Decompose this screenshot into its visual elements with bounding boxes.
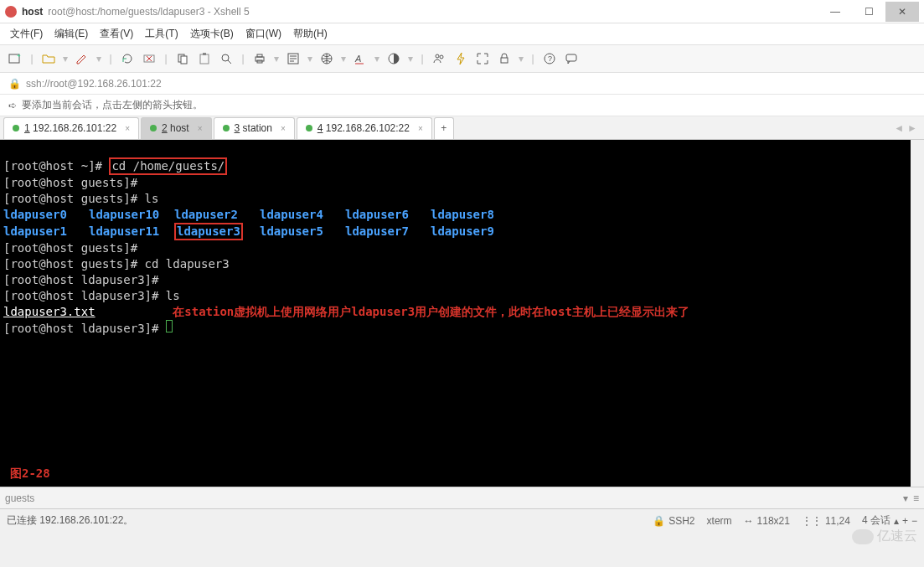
tab-label: 192.168.26.102:22 [326, 122, 410, 134]
size-icon: ↔ [744, 515, 754, 527]
status-bar: 已连接 192.168.26.101:22。 🔒SSH2 xterm ↔118x… [0, 508, 924, 532]
menu-bar: 文件(F) 编辑(E) 查看(V) 工具(T) 选项卡(B) 窗口(W) 帮助(… [0, 23, 924, 44]
terminal-line: [root@host guests]# [3, 241, 137, 255]
toolbar: + | ▾ ▾ | | | ▾ ▾ ▾ A ▾ ▾ | ▾ | ? [0, 44, 924, 73]
status-connected: 已连接 192.168.26.101:22。 [7, 513, 133, 528]
tab-close-icon[interactable]: × [198, 124, 203, 133]
maximize-button[interactable]: ☐ [852, 2, 885, 22]
new-session-icon[interactable]: + [5, 49, 25, 69]
title-host: host [22, 6, 43, 18]
tab-label: host [170, 122, 189, 134]
fullscreen-icon[interactable] [472, 49, 493, 69]
svg-point-7 [222, 54, 229, 61]
svg-rect-9 [257, 54, 262, 57]
lightning-icon[interactable] [451, 49, 471, 69]
tab-2[interactable]: 2 host × [141, 117, 212, 139]
ssh-icon: 🔒 [653, 515, 665, 527]
toolbar-separator: | [417, 53, 427, 64]
ls-item: ldapuser11 [89, 224, 174, 240]
paste-icon[interactable] [194, 49, 214, 69]
ls-item: ldapuser6 [345, 207, 431, 223]
terminal-scrollbar[interactable] [911, 140, 924, 487]
compose-input[interactable]: guests [5, 492, 34, 504]
tab-next-icon[interactable]: ► [907, 122, 917, 134]
status-ssh: SSH2 [668, 515, 694, 527]
lock-small-icon: 🔒 [8, 78, 21, 90]
info-bar: ➪ 要添加当前会话，点击左侧的箭头按钮。 [0, 95, 924, 116]
toolbar-separator: | [161, 53, 171, 64]
menu-tools[interactable]: 工具(T) [145, 27, 178, 41]
help-icon[interactable]: ? [539, 49, 560, 69]
open-icon[interactable] [39, 49, 59, 69]
ls-item: ldapuser2 [174, 207, 260, 223]
ls-item: ldapuser0 [3, 207, 89, 223]
pos-icon: ⋮⋮ [802, 515, 822, 527]
status-sessions: 4 会话 [862, 513, 890, 528]
tab-close-icon[interactable]: × [281, 124, 286, 133]
terminal-line: [root@host ldapuser3]# [3, 322, 166, 335]
tab-number: 3 [235, 122, 240, 134]
minimize-button[interactable]: — [818, 2, 852, 22]
search-icon[interactable] [216, 49, 236, 69]
status-dot-icon [306, 125, 312, 131]
address-bar: 🔒 ssh://root@192.168.26.101:22 [0, 73, 924, 95]
svg-point-16 [440, 55, 443, 59]
session-tabs: 1 192.168.26.101:22 × 2 host × 3 station… [0, 116, 924, 140]
edit-icon[interactable] [72, 49, 92, 69]
tab-3[interactable]: 3 station × [214, 117, 295, 139]
arrow-hint-icon[interactable]: ➪ [8, 100, 17, 111]
sessions-minus-icon[interactable]: − [911, 515, 917, 527]
menu-edit[interactable]: 编辑(E) [54, 27, 88, 41]
status-term: xterm [707, 515, 732, 527]
toolbar-separator: | [528, 53, 538, 64]
title-path: root@host:/home/guests/ldapuser3 - Xshel… [48, 6, 249, 18]
cursor [166, 320, 173, 332]
svg-text:+: + [17, 52, 21, 59]
font-icon[interactable]: A [350, 49, 370, 69]
toolbar-separator: | [238, 53, 248, 64]
annotation-text: 在station虚拟机上使用网络用户ldapuser3用户创建的文件，此时在ho… [173, 305, 689, 318]
tab-4[interactable]: 4 192.168.26.102:22 × [297, 117, 432, 139]
ls-item: ldapuser1 [3, 224, 89, 240]
color-icon[interactable] [384, 49, 404, 69]
ls-item: ldapuser5 [260, 224, 345, 240]
close-button[interactable]: ✕ [885, 2, 919, 22]
menu-tabs[interactable]: 选项卡(B) [190, 27, 234, 41]
ls-item-highlighted: ldapuser3 [174, 223, 243, 240]
menu-view[interactable]: 查看(V) [100, 27, 133, 41]
svg-rect-4 [181, 56, 187, 64]
toolbar-separator: | [106, 53, 116, 64]
tab-close-icon[interactable]: × [125, 124, 130, 133]
lock-icon[interactable] [494, 49, 514, 69]
terminal-line: [root@host ~]# [3, 159, 109, 173]
reconnect-icon[interactable] [117, 49, 137, 69]
tab-number: 1 [24, 122, 30, 134]
terminal-line: [root@host ldapuser3]# ls [3, 289, 180, 302]
globe-icon[interactable] [317, 49, 337, 69]
svg-rect-5 [200, 54, 209, 64]
sessions-up-icon[interactable]: ▴ [894, 515, 899, 527]
tab-close-icon[interactable]: × [418, 124, 423, 133]
disconnect-icon[interactable] [139, 49, 159, 69]
svg-point-15 [436, 54, 439, 58]
print-icon[interactable] [250, 49, 270, 69]
chat-icon[interactable] [561, 49, 581, 69]
tab-add-button[interactable]: + [434, 117, 454, 139]
menu-file[interactable]: 文件(F) [10, 27, 43, 41]
address-url[interactable]: ssh://root@192.168.26.101:22 [26, 78, 162, 90]
compose-dropdown-icon[interactable]: ▾ [903, 492, 908, 504]
menu-window[interactable]: 窗口(W) [245, 27, 281, 41]
copy-icon[interactable] [173, 49, 193, 69]
sessions-plus-icon[interactable]: + [902, 515, 908, 527]
properties-icon[interactable] [283, 49, 303, 69]
highlighted-cmd: cd /home/guests/ [109, 157, 227, 175]
users-icon[interactable] [429, 49, 449, 69]
status-size: 118x21 [757, 515, 790, 527]
tab-1[interactable]: 1 192.168.26.101:22 × [3, 117, 139, 139]
terminal[interactable]: [root@host ~]# cd /home/guests/ [root@ho… [0, 140, 924, 487]
tab-prev-icon[interactable]: ◄ [894, 122, 904, 134]
compose-menu-icon[interactable]: ≡ [913, 492, 919, 504]
menu-help[interactable]: 帮助(H) [293, 27, 328, 41]
svg-rect-20 [566, 54, 576, 61]
compose-bar: guests ▾ ≡ [0, 487, 924, 508]
